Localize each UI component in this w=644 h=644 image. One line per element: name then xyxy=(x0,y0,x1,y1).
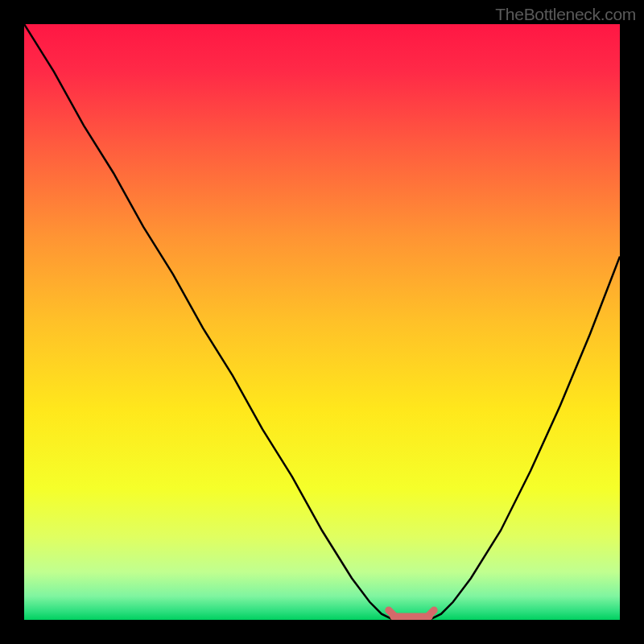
svg-line-1 xyxy=(389,610,395,617)
bottleneck-chart xyxy=(24,24,620,620)
svg-line-2 xyxy=(427,610,434,617)
chart-svg xyxy=(24,24,620,620)
watermark-text: TheBottleneck.com xyxy=(495,5,636,24)
